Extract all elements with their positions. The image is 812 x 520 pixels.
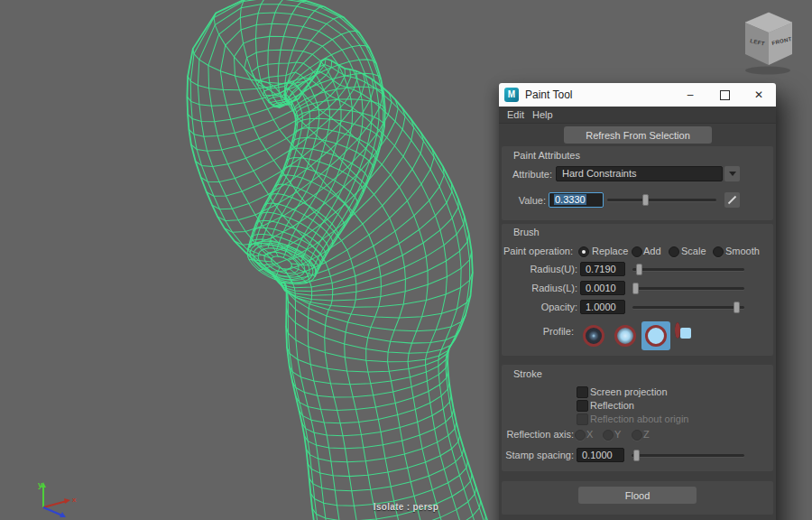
stroke-title: Stroke <box>513 368 542 379</box>
profile-soft-button[interactable] <box>614 325 636 347</box>
x-axis-label: x <box>72 496 77 504</box>
opacity-input[interactable]: 1.0000 <box>580 300 625 314</box>
attribute-label: Attribute: <box>502 169 552 180</box>
close-button[interactable]: ✕ <box>742 83 776 107</box>
stamp-spacing-slider[interactable] <box>632 450 744 461</box>
radio-add-label[interactable]: Add <box>643 246 661 256</box>
opacity-label: Opacity: <box>502 302 577 312</box>
radio-axis-z-label: Z <box>643 429 650 440</box>
picker-pen-icon <box>726 194 738 206</box>
radio-scale[interactable] <box>669 246 679 257</box>
screen-projection-label[interactable]: Screen projection <box>590 386 668 397</box>
profile-square-button[interactable] <box>675 322 680 339</box>
radius-l-input[interactable]: 0.0010 <box>580 281 625 295</box>
brush-panel: Brush Paint operation: Replace Add Scale… <box>502 224 773 356</box>
stamp-spacing-input[interactable]: 0.1000 <box>577 448 624 462</box>
x-axis-line <box>43 501 67 507</box>
value-slider[interactable] <box>607 194 716 206</box>
x-axis-arrow <box>64 498 70 504</box>
stroke-panel: Stroke Screen projection Reflection Refl… <box>502 365 773 471</box>
radio-smooth[interactable] <box>713 246 724 257</box>
radio-axis-x <box>575 430 586 441</box>
flood-panel: Flood <box>502 481 773 515</box>
minimize-button[interactable]: – <box>673 83 707 107</box>
paint-attributes-title: Paint Attributes <box>513 150 580 161</box>
value-input[interactable]: 0.3330 <box>549 192 604 208</box>
value-input-text: 0.3330 <box>554 194 586 205</box>
radio-axis-z <box>632 430 642 441</box>
attribute-dropdown-button[interactable] <box>724 166 740 181</box>
brush-title: Brush <box>513 227 540 237</box>
axis-gizmo: y x <box>13 477 88 520</box>
radius-u-label: Radius(U): <box>502 264 577 274</box>
maximize-icon <box>720 90 730 100</box>
refresh-from-selection-button[interactable]: Refresh From Selection <box>564 126 712 144</box>
menubar: Edit Help <box>499 107 776 124</box>
z-axis-line <box>43 507 62 515</box>
chevron-down-icon <box>729 172 736 176</box>
radio-axis-y <box>603 430 614 441</box>
maya-app-icon: M <box>504 88 519 102</box>
profile-label: Profile: <box>502 326 574 337</box>
radius-u-input[interactable]: 0.7190 <box>580 262 625 276</box>
value-label: Value: <box>502 195 546 206</box>
profile-solid-icon <box>645 325 667 347</box>
screen-projection-checkbox[interactable] <box>577 386 588 398</box>
paint-attributes-panel: Paint Attributes Attribute: Hard Constra… <box>502 146 773 220</box>
radio-scale-label[interactable]: Scale <box>681 246 706 256</box>
opacity-slider[interactable] <box>632 302 744 313</box>
maximize-button[interactable] <box>707 83 742 107</box>
radius-l-slider[interactable] <box>632 283 744 294</box>
radio-smooth-label[interactable]: Smooth <box>725 246 760 256</box>
titlebar[interactable]: M Paint Tool – ✕ <box>499 83 776 107</box>
radio-add[interactable] <box>632 246 642 257</box>
window-title: Paint Tool <box>525 88 572 101</box>
view-cube[interactable]: LEFT FRONT <box>740 7 798 76</box>
radius-l-label: Radius(L): <box>502 283 577 293</box>
flood-button[interactable]: Flood <box>578 487 697 504</box>
profile-solid-button-selected[interactable] <box>641 321 670 350</box>
reflection-about-origin-label: Reflection about origin <box>590 413 688 424</box>
menu-edit[interactable]: Edit <box>507 109 524 120</box>
radio-axis-y-label: Y <box>614 429 621 440</box>
radio-replace-label[interactable]: Replace <box>592 246 628 256</box>
menu-help[interactable]: Help <box>532 109 553 120</box>
stamp-spacing-label: Stamp spacing: <box>502 450 574 460</box>
y-axis-label: y <box>38 480 42 489</box>
paint-tool-window: M Paint Tool – ✕ Edit Help Refresh From … <box>499 83 776 520</box>
radio-axis-x-label: X <box>586 429 593 440</box>
reflection-axis-label: Reflection axis: <box>502 429 574 440</box>
reflection-label[interactable]: Reflection <box>590 400 634 411</box>
value-slider-handle[interactable] <box>642 194 649 206</box>
opacity-slider-handle[interactable] <box>734 302 740 313</box>
radius-l-slider-handle[interactable] <box>632 283 639 294</box>
radius-u-slider[interactable] <box>632 264 744 275</box>
reflection-checkbox[interactable] <box>577 400 588 412</box>
stamp-spacing-slider-handle[interactable] <box>633 450 640 461</box>
attribute-dropdown[interactable]: Hard Constraints <box>556 166 723 181</box>
radio-replace[interactable] <box>578 246 589 257</box>
reflection-about-origin-checkbox <box>577 413 588 425</box>
view-cube-shadow <box>745 67 790 75</box>
value-picker-button[interactable] <box>724 192 740 208</box>
paint-operation-label: Paint operation: <box>502 246 573 256</box>
radius-u-slider-handle[interactable] <box>636 264 642 275</box>
profile-soft-gaussian-button[interactable] <box>583 325 604 347</box>
